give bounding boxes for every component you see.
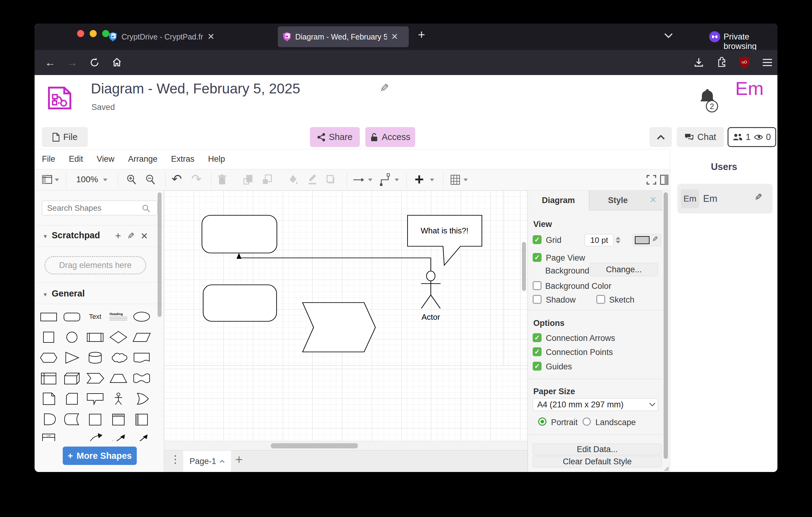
close-tab-icon[interactable]: ✕ xyxy=(207,29,214,44)
shape-card[interactable] xyxy=(60,388,84,409)
view-panels-caret-icon[interactable] xyxy=(55,179,59,181)
close-tab-icon[interactable]: ✕ xyxy=(391,29,398,44)
shape-list[interactable]: List xyxy=(37,429,60,441)
canvas-horizontal-scrollbar[interactable] xyxy=(271,443,358,448)
waypoint-style-caret-icon[interactable] xyxy=(395,179,399,181)
shape-callout[interactable] xyxy=(84,388,107,409)
zoom-in-icon[interactable] xyxy=(126,174,137,185)
table-icon[interactable] xyxy=(450,174,461,185)
node-actor[interactable] xyxy=(421,271,441,308)
to-back-icon[interactable] xyxy=(262,174,272,185)
list-tabs-chevron-icon[interactable] xyxy=(664,32,673,38)
shadow-checkbox[interactable] xyxy=(533,295,542,304)
zoom-level-dropdown[interactable]: 100% xyxy=(76,174,98,184)
shape-tape[interactable] xyxy=(130,368,153,388)
shape-container[interactable] xyxy=(84,409,107,429)
grid-color-button[interactable]: ✎ xyxy=(633,234,661,246)
sketch-checkbox[interactable] xyxy=(596,295,605,304)
node-rounded-rect-2[interactable] xyxy=(203,285,277,321)
scratchpad-edit-pencil-icon[interactable]: ✎ xyxy=(127,231,134,241)
scratchpad-dropzone[interactable]: Drag elements here xyxy=(45,256,146,274)
shape-rectangle[interactable] xyxy=(37,306,60,327)
shape-cloud[interactable] xyxy=(107,347,130,368)
diagram-canvas[interactable]: What is this?! Actor xyxy=(164,191,527,441)
table-caret-icon[interactable] xyxy=(464,179,468,181)
pages-menu-kebab-icon[interactable]: ⋮ xyxy=(170,453,180,465)
add-page-button[interactable]: + xyxy=(235,452,243,467)
shape-parallelogram[interactable] xyxy=(130,327,153,347)
panel-scrollbar[interactable] xyxy=(664,192,668,459)
redo-icon[interactable]: ↷ xyxy=(191,172,202,186)
page-tab-active[interactable]: Page-1 xyxy=(183,451,231,472)
stepper-down-icon[interactable] xyxy=(616,241,620,244)
user-list-button[interactable]: 1 0 xyxy=(728,127,776,147)
shape-and[interactable] xyxy=(37,409,60,429)
edit-title-pencil-icon[interactable]: ✎ xyxy=(380,82,389,94)
grid-size-stepper[interactable] xyxy=(615,235,621,246)
delete-trash-icon[interactable] xyxy=(218,174,227,185)
tab-cryptdrive[interactable]: CryptDrive - CryptPad.fr ✕ xyxy=(109,29,276,44)
shape-triangle[interactable] xyxy=(60,347,84,368)
access-button[interactable]: Access xyxy=(365,127,415,147)
shape-text[interactable]: Text xyxy=(84,306,107,327)
menu-hamburger-icon[interactable] xyxy=(762,58,773,67)
shape-arrow[interactable] xyxy=(130,429,153,441)
connection-points-checkbox[interactable]: ✓ xyxy=(533,347,542,356)
tab-diagram-active[interactable]: Diagram - Wed, February 5, 202 ✕ xyxy=(278,26,409,47)
shape-note[interactable] xyxy=(37,388,60,409)
stepper-up-icon[interactable] xyxy=(616,237,620,240)
grid-checkbox[interactable]: ✓ xyxy=(533,235,542,244)
sidebar-scrollbar[interactable] xyxy=(157,192,162,317)
search-shapes-input[interactable] xyxy=(42,200,157,215)
shape-curve[interactable] xyxy=(84,429,107,441)
zoom-caret-icon[interactable] xyxy=(103,179,107,181)
user-list-item[interactable]: Em Em ✎ xyxy=(677,184,773,214)
fullscreen-icon[interactable] xyxy=(646,175,656,185)
menu-view[interactable]: View xyxy=(97,154,114,164)
user-avatar-menu[interactable]: Em xyxy=(735,78,764,99)
shape-or[interactable] xyxy=(130,388,153,409)
reload-button[interactable] xyxy=(90,58,99,67)
chat-button[interactable]: Chat xyxy=(677,127,724,147)
more-shapes-button[interactable]: +More Shapes xyxy=(63,446,137,465)
shape-trapezoid[interactable] xyxy=(107,368,130,388)
node-step-shape[interactable] xyxy=(302,303,375,352)
document-title[interactable]: Diagram - Wed, February 5, 2025 xyxy=(91,80,300,97)
landscape-radio[interactable] xyxy=(583,417,591,426)
fill-color-icon[interactable] xyxy=(289,174,298,185)
shape-diamond[interactable] xyxy=(107,327,130,347)
back-button[interactable]: ← xyxy=(45,55,55,70)
grid-size-input[interactable]: 10 pt xyxy=(585,234,614,246)
minimize-window-button[interactable] xyxy=(90,30,97,37)
shape-list-item[interactable] xyxy=(60,429,84,441)
forward-button[interactable]: → xyxy=(67,55,78,70)
menu-file[interactable]: File xyxy=(42,154,55,164)
new-tab-button[interactable]: + xyxy=(418,28,425,42)
to-front-icon[interactable] xyxy=(243,174,254,185)
clear-default-style-button[interactable]: Clear Default Style xyxy=(533,456,662,467)
node-rounded-rect-1[interactable] xyxy=(202,215,277,253)
tab-style[interactable]: Style xyxy=(589,191,646,211)
shape-bidirectional-arrow[interactable] xyxy=(107,429,130,441)
zoom-out-icon[interactable] xyxy=(145,174,156,185)
shape-data-storage[interactable] xyxy=(60,409,84,429)
edit-user-pencil-icon[interactable]: ✎ xyxy=(754,192,762,202)
menu-arrange[interactable]: Arrange xyxy=(128,154,157,164)
share-button[interactable]: Share xyxy=(310,127,360,147)
view-panels-icon[interactable] xyxy=(42,175,52,184)
tab-diagram[interactable]: Diagram xyxy=(528,191,589,211)
shape-cylinder[interactable] xyxy=(84,347,107,368)
shape-internal-storage[interactable] xyxy=(37,368,60,388)
connection-style-icon[interactable] xyxy=(353,177,365,183)
shape-rounded-rectangle[interactable] xyxy=(60,306,84,327)
panel-resize-handle[interactable] xyxy=(663,466,669,471)
menu-edit[interactable]: Edit xyxy=(69,154,83,164)
shape-textbox[interactable]: Heading xyxy=(107,306,130,327)
shadow-icon[interactable] xyxy=(326,174,336,185)
shape-circle[interactable] xyxy=(60,327,84,347)
insert-caret-icon[interactable] xyxy=(430,179,434,181)
downloads-icon[interactable] xyxy=(694,57,704,68)
shape-document[interactable] xyxy=(130,347,153,368)
collapse-toolbar-button[interactable] xyxy=(649,127,672,147)
connector-edge[interactable] xyxy=(239,258,431,271)
